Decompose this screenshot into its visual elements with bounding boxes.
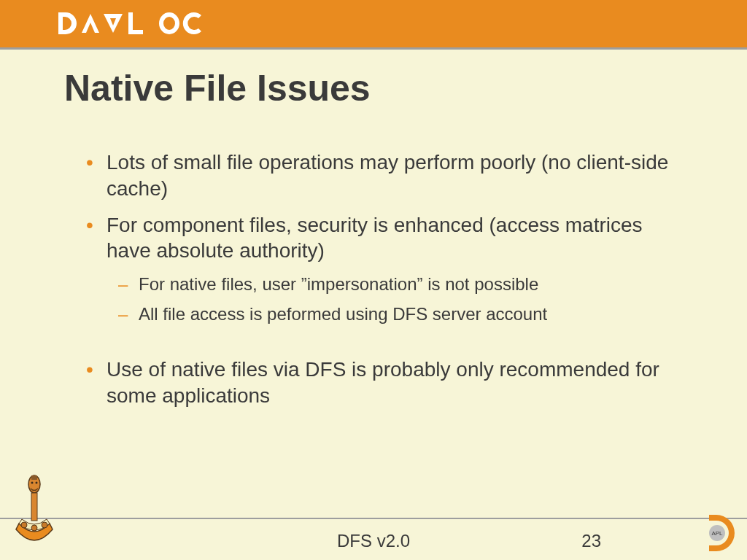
bullet-text: Use of native files via DFS is probably … (107, 358, 659, 407)
bullet-item: For component files, security is enhance… (80, 212, 678, 326)
footer-divider (0, 518, 747, 519)
footer-text: DFS v2.0 (337, 531, 410, 551)
bullet-text: All file access is peformed using DFS se… (139, 304, 547, 324)
header-bar (0, 0, 747, 50)
slide-body: Lots of small file operations may perfor… (80, 149, 678, 419)
bullet-text: For native files, user ”impersonation” i… (139, 274, 538, 294)
dyalog-logo (57, 11, 203, 37)
bullet-text: For component files, security is enhance… (107, 214, 643, 262)
apl-logo-text: APL (711, 530, 723, 537)
sub-bullet-item: For native files, user ”impersonation” i… (112, 273, 678, 296)
svg-point-6 (31, 525, 37, 531)
svg-point-2 (31, 482, 34, 484)
svg-point-5 (21, 522, 27, 528)
apl-logo-icon: APL (694, 512, 737, 554)
viking-ship-icon (13, 472, 55, 553)
svg-rect-1 (31, 475, 37, 480)
footer: DFS v2.0 (0, 531, 747, 551)
svg-point-3 (36, 482, 38, 484)
slide: Native File Issues Lots of small file op… (0, 0, 747, 560)
bullet-item: Use of native files via DFS is probably … (80, 357, 678, 409)
bullet-item: Lots of small file operations may perfor… (80, 149, 678, 202)
bullet-text: Lots of small file operations may perfor… (107, 151, 668, 200)
sub-bullet-item: All file access is peformed using DFS se… (112, 303, 678, 326)
page-number: 23 (581, 531, 601, 551)
svg-point-7 (42, 522, 47, 528)
svg-rect-4 (31, 493, 37, 521)
slide-title: Native File Issues (64, 67, 371, 109)
